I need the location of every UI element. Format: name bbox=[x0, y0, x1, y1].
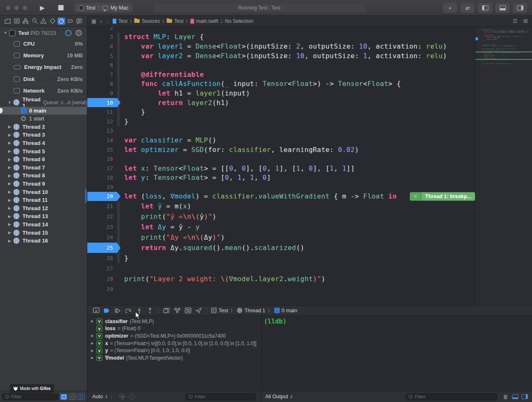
line-number-gutter[interactable]: 6 bbox=[87, 60, 121, 70]
disclosure-triangle-icon[interactable]: ▶ bbox=[91, 356, 96, 360]
line-number-gutter[interactable]: 24 bbox=[87, 232, 121, 243]
navigator-filter-field[interactable]: ≡ Filter bbox=[2, 393, 59, 400]
breadcrumb-item-test[interactable]: Test bbox=[174, 18, 183, 24]
breakpoint-gutter[interactable]: 20 bbox=[87, 192, 121, 201]
memory-graph-icon[interactable] bbox=[172, 307, 182, 314]
code-line[interactable]: 21 let ŷ = m(x) bbox=[87, 201, 475, 211]
thread-row[interactable]: ▶Thread 13 bbox=[0, 212, 87, 221]
breadcrumb-item-file[interactable]: main.swift bbox=[196, 18, 218, 24]
disclosure-triangle-icon[interactable]: ▶ bbox=[7, 230, 12, 235]
console-filter-field[interactable]: ≡ Filter bbox=[406, 393, 497, 400]
editor-inspector-icon[interactable]: ⊞ bbox=[523, 18, 528, 24]
adjust-editor-icon[interactable]: ☰ bbox=[512, 18, 517, 24]
code-line[interactable]: 23 let Δy = ŷ - y bbox=[87, 222, 475, 232]
code-line[interactable]: 3struct MLP: Layer { bbox=[87, 32, 475, 42]
issue-navigator-icon[interactable] bbox=[39, 17, 47, 25]
view-hierarchy-icon[interactable] bbox=[161, 307, 172, 314]
disclosure-triangle-icon[interactable]: ▶ bbox=[7, 165, 12, 169]
debug-navigator-icon[interactable] bbox=[57, 17, 65, 25]
gauge-row-cpu[interactable]: CPU0% bbox=[0, 38, 87, 50]
code-line[interactable]: 7 @differentiable bbox=[87, 70, 475, 79]
disclosure-triangle-icon[interactable]: ▶ bbox=[7, 125, 12, 129]
zoom-window-button[interactable] bbox=[22, 5, 27, 10]
variable-row[interactable]: ▶Vy= (Tensor<Float>) [0.0, 1.0, 1.0, 0.0… bbox=[87, 347, 261, 354]
run-button[interactable]: ▶ bbox=[40, 4, 45, 12]
filter-running-blocks-button[interactable] bbox=[60, 394, 67, 400]
thread-row[interactable]: ▶Thread 4 bbox=[0, 139, 87, 147]
disclosure-triangle-icon[interactable]: ▶ bbox=[7, 181, 12, 186]
variable-row[interactable]: ▶Voptimizer= (SGD<Test.MLP>) 0x000000011… bbox=[87, 332, 261, 340]
related-items-icon[interactable]: ▦ bbox=[91, 18, 96, 24]
symbol-navigator-icon[interactable] bbox=[22, 17, 30, 25]
code-line[interactable]: 18let y: Tensor<Float> = [0, 1, 1, 0] bbox=[87, 173, 475, 183]
breadcrumb-item-selection[interactable]: No Selection bbox=[225, 18, 253, 24]
breadcrumb-item-sources[interactable]: Sources bbox=[142, 18, 160, 24]
dock-debug-right-icon[interactable] bbox=[522, 394, 528, 399]
code-line[interactable]: 19 bbox=[87, 182, 475, 192]
line-number-gutter[interactable]: 16 bbox=[87, 154, 121, 164]
disclosure-triangle-icon[interactable]: ▶ bbox=[7, 239, 12, 243]
thread-row[interactable]: ▶Thread 8 bbox=[0, 172, 87, 180]
step-over-icon[interactable] bbox=[123, 307, 134, 314]
thread-row[interactable]: ▶Thread 9 bbox=[0, 180, 87, 188]
disclosure-triangle-icon[interactable]: ▶ bbox=[7, 206, 12, 210]
process-row[interactable]: ▼Test PID 78223 bbox=[0, 28, 87, 38]
disclosure-triangle-icon[interactable]: ▶ bbox=[7, 198, 12, 202]
gauge-row-disk[interactable]: DiskZero KB/s bbox=[0, 74, 87, 86]
simulate-location-icon[interactable] bbox=[193, 307, 204, 314]
debugbar-thread[interactable]: Thread 1 bbox=[244, 308, 265, 314]
code-line[interactable]: 14var classifier = MLP() bbox=[87, 135, 475, 145]
filter-crashed-threads-button[interactable] bbox=[78, 394, 85, 400]
thread-row[interactable]: ▶Thread 6 bbox=[0, 155, 87, 164]
line-number-gutter[interactable]: 27 bbox=[87, 263, 121, 274]
line-number-gutter[interactable]: 15 bbox=[87, 145, 121, 154]
breakpoints-toggle-icon[interactable] bbox=[101, 307, 112, 314]
stack-frame-row[interactable]: ✱1 start bbox=[0, 115, 87, 123]
code-line[interactable]: 6 bbox=[87, 60, 475, 70]
code-line[interactable]: 17let x: Tensor<Float> = [[0, 0], [0, 1]… bbox=[87, 164, 475, 173]
code-line[interactable]: 10 return layer2(h1) bbox=[87, 98, 475, 108]
code-line[interactable]: 25 return Δy.squared().mean().scalarized… bbox=[87, 243, 475, 253]
thread-row[interactable]: ▶Thread 7 bbox=[0, 163, 87, 172]
line-number-gutter[interactable]: 28 bbox=[87, 274, 121, 284]
breakpoint-navigator-icon[interactable] bbox=[66, 17, 74, 25]
thread-row[interactable]: ▶Thread 12 bbox=[0, 204, 87, 212]
code-line[interactable]: 8 func callAsFunction(_ input: Tensor<Fl… bbox=[87, 79, 475, 89]
gauge-row-network[interactable]: NetworkZero KB/s bbox=[0, 85, 87, 97]
line-number-gutter[interactable]: 19 bbox=[87, 182, 121, 192]
variables-filter-field[interactable]: ≡ Filter bbox=[186, 393, 256, 400]
line-number-gutter[interactable]: 14 bbox=[87, 135, 121, 145]
breakpoint-gutter[interactable]: 25 bbox=[87, 243, 121, 253]
editor-minimap[interactable]: 23struct MLP: Layer {4 var layer1 = Dens… bbox=[475, 27, 532, 305]
code-line[interactable]: 11 } bbox=[87, 107, 475, 117]
test-navigator-icon[interactable] bbox=[49, 17, 57, 25]
close-window-button[interactable] bbox=[6, 5, 11, 10]
line-number-gutter[interactable]: 4 bbox=[87, 42, 121, 51]
disclosure-triangle-icon[interactable]: ▶ bbox=[7, 141, 12, 145]
disclosure-triangle-icon[interactable]: ▶ bbox=[91, 319, 96, 323]
disclosure-triangle-icon[interactable]: ▶ bbox=[7, 149, 12, 153]
line-number-gutter[interactable]: 13 bbox=[87, 126, 121, 136]
disclosure-triangle-icon[interactable]: ▶ bbox=[7, 214, 12, 218]
line-number-gutter[interactable]: 11 bbox=[87, 107, 121, 117]
toggle-inspector-button[interactable] bbox=[513, 3, 527, 13]
console-output-dropdown[interactable]: All Output bbox=[265, 394, 288, 400]
line-number-gutter[interactable]: 5 bbox=[87, 51, 121, 61]
clear-console-icon[interactable]: 🗑 bbox=[503, 394, 509, 400]
disclosure-triangle-icon[interactable]: ▼ bbox=[7, 100, 12, 105]
console-output[interactable]: (lldb) bbox=[261, 316, 532, 391]
thread-row[interactable]: ▶Thread 16 bbox=[0, 237, 87, 245]
breakpoint-hit-badge[interactable]: =Thread 1: breakp... bbox=[410, 192, 475, 201]
thread-row[interactable]: ▶Thread 14 bbox=[0, 221, 87, 229]
variables-scope-dropdown[interactable]: Auto bbox=[92, 394, 103, 400]
gauge-row-memory[interactable]: Memory19 MB bbox=[0, 50, 87, 62]
code-line[interactable]: 9 let h1 = layer1(input) bbox=[87, 88, 475, 98]
dock-debug-bottom-icon[interactable] bbox=[512, 394, 518, 399]
library-button[interactable]: + bbox=[443, 3, 457, 13]
code-line[interactable]: 2 bbox=[87, 27, 475, 32]
disclosure-triangle-icon[interactable]: ▶ bbox=[7, 174, 12, 178]
debugbar-target[interactable]: Test bbox=[219, 308, 228, 314]
thread-view-icon[interactable] bbox=[76, 30, 82, 36]
code-line[interactable]: 16 bbox=[87, 154, 475, 164]
code-line[interactable]: 12} bbox=[87, 117, 475, 126]
